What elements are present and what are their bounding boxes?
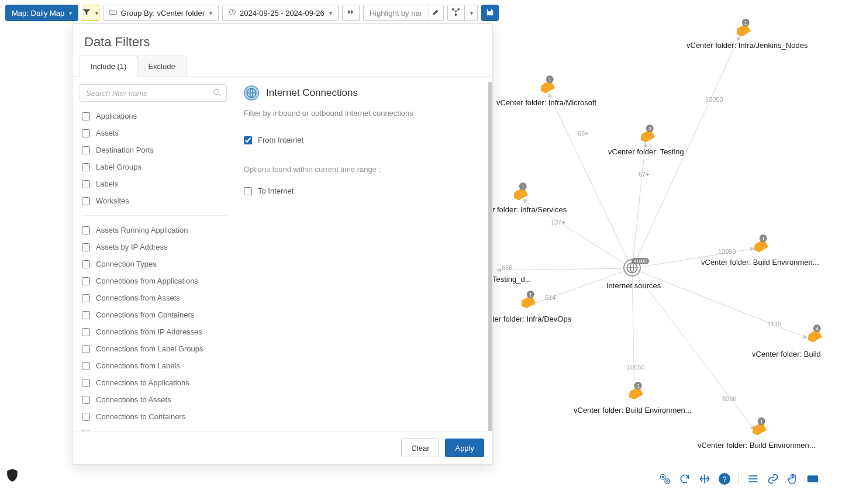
filter-category-item[interactable]: Connections to Assets <box>80 391 229 408</box>
graph-center-node[interactable]: 41803 <box>623 259 641 277</box>
highlight-edit-button[interactable] <box>428 5 443 20</box>
filter-category-item[interactable]: Connections from Label Groups <box>80 340 229 357</box>
filter-category-item[interactable]: Connection Types <box>80 256 229 272</box>
filter-category-label: Connections from Assets <box>96 294 180 302</box>
filter-category-label: Connections to Applications <box>96 378 189 387</box>
filter-search-input[interactable] <box>80 84 227 102</box>
group-by-button[interactable]: Group By: vCenter folder ▾ <box>103 5 219 21</box>
filter-category-label: Connections to Containers <box>96 412 185 421</box>
filter-category-label: Connections to IP Addresses <box>96 429 194 431</box>
highlight-field-group <box>363 5 444 21</box>
folder-icon <box>109 8 117 18</box>
from-internet-option[interactable]: From Internet <box>244 126 481 154</box>
filter-category-checkbox[interactable] <box>82 180 90 188</box>
filter-category-checkbox[interactable] <box>82 197 90 205</box>
to-internet-option[interactable]: To Internet <box>244 177 481 205</box>
filter-category-label: Connections to Assets <box>96 395 171 404</box>
graph-node-label: ter folder: Infra/DevOps <box>492 315 571 323</box>
graph-edge-label: 1115 <box>767 320 781 327</box>
graph-edge-label: 10050 <box>705 96 723 103</box>
clear-button[interactable]: Clear <box>401 439 439 457</box>
filter-category-checkbox[interactable] <box>82 112 90 120</box>
graph-edge-label: 514 <box>545 294 555 301</box>
filter-category-item[interactable]: Destination Ports <box>80 141 229 158</box>
save-button[interactable] <box>481 5 499 21</box>
map-selector-label: Map: Daily Map <box>12 9 64 18</box>
center-node-badge: 41803 <box>632 258 649 264</box>
filter-category-checkbox[interactable] <box>82 146 90 154</box>
tab-exclude[interactable]: Exclude <box>137 56 186 77</box>
filter-category-item[interactable]: Connections from Applications <box>80 272 229 289</box>
filter-category-label: Applications <box>96 112 137 120</box>
chevron-down-icon: ▾ <box>329 10 332 16</box>
filter-detail: Internet Connections Filter by inbound o… <box>232 77 492 431</box>
layout-button[interactable] <box>447 5 465 21</box>
graph-edge-label: 67+ <box>639 171 650 178</box>
filter-category-checkbox[interactable] <box>82 226 90 234</box>
tab-include[interactable]: Include (1) <box>80 56 137 77</box>
filter-category-label: Assets Running Application <box>96 226 188 234</box>
filter-category-item[interactable]: Connections from Containers <box>80 306 229 323</box>
filter-category-checkbox[interactable] <box>82 129 90 137</box>
filter-category-item[interactable]: Connections to IP Addresses <box>80 425 229 431</box>
filter-category-item[interactable]: Worksites <box>80 192 229 209</box>
chevron-down-icon: ▾ <box>95 10 98 16</box>
highlight-input[interactable] <box>364 5 428 20</box>
save-icon <box>486 8 494 18</box>
filter-category-checkbox[interactable] <box>82 243 90 251</box>
graph-node-label: vCenter folder: Build Environmen... <box>574 406 692 415</box>
skip-forward-button[interactable] <box>342 5 360 21</box>
clock-icon <box>229 8 236 18</box>
filter-category-item[interactable]: Labels <box>80 175 229 192</box>
to-internet-checkbox[interactable] <box>244 187 252 195</box>
filter-category-item[interactable]: Connections from IP Addresses <box>80 323 229 340</box>
filter-category-item[interactable]: Applications <box>80 108 229 125</box>
filter-category-item[interactable]: Connections to Containers <box>80 408 229 425</box>
graph-node-label: vCenter folder: Build Environmen... <box>701 258 819 267</box>
filter-category-checkbox[interactable] <box>82 379 90 387</box>
filter-category-item[interactable]: Label Groups <box>80 158 229 175</box>
date-range-label: 2024-09-25 - 2024-09-26 <box>240 9 325 18</box>
search-icon <box>213 88 221 98</box>
filter-category-item[interactable]: Assets by IP Address <box>80 239 229 256</box>
filter-category-label: Connections from Labels <box>96 361 180 370</box>
filter-category-checkbox[interactable] <box>82 311 90 319</box>
filter-category-label: Worksites <box>96 196 129 205</box>
graph-node-label: vCenter folder: Build <box>752 350 821 358</box>
skip-forward-icon <box>347 8 354 18</box>
graph-node-label: vCenter folder: Infra/Jenkins_Nodes <box>686 41 808 50</box>
map-selector-button[interactable]: Map: Daily Map ▾ <box>5 5 78 21</box>
filter-categories: ApplicationsAssetsDestination PortsLabel… <box>73 77 232 431</box>
filter-button[interactable]: ▾ <box>82 5 99 21</box>
filter-category-checkbox[interactable] <box>82 328 90 336</box>
filter-category-checkbox[interactable] <box>82 396 90 404</box>
layout-dropdown-button[interactable]: ▾ <box>465 5 478 21</box>
graph-edge-label: 8086 <box>722 395 736 402</box>
filter-category-item[interactable]: Connections from Assets <box>80 289 229 306</box>
filter-category-item[interactable]: Connections from Labels <box>80 357 229 374</box>
filter-category-checkbox[interactable] <box>82 413 90 421</box>
filter-category-checkbox[interactable] <box>82 260 90 268</box>
filter-category-item[interactable]: Assets Running Application <box>80 222 229 239</box>
apply-button[interactable]: Apply <box>445 439 484 457</box>
filter-category-checkbox[interactable] <box>82 345 90 353</box>
filter-category-item[interactable]: Assets <box>80 125 229 141</box>
node-badge: 3 <box>646 125 654 132</box>
from-internet-label: From Internet <box>258 136 303 144</box>
node-badge: 1 <box>527 291 534 298</box>
filter-category-checkbox[interactable] <box>82 277 90 285</box>
scrollbar[interactable] <box>488 82 492 431</box>
filter-category-checkbox[interactable] <box>82 294 90 302</box>
graph-edge-label: 10050 <box>627 364 645 371</box>
filter-category-checkbox[interactable] <box>82 430 90 431</box>
date-range-button[interactable]: 2024-09-25 - 2024-09-26 ▾ <box>222 5 339 21</box>
filter-category-item[interactable]: Connections to Applications <box>80 374 229 391</box>
svg-line-9 <box>497 268 632 270</box>
filter-category-checkbox[interactable] <box>82 362 90 370</box>
from-internet-checkbox[interactable] <box>244 136 252 144</box>
filter-category-label: Connections from IP Addresses <box>96 327 202 336</box>
filter-category-label: Destination Ports <box>96 146 154 154</box>
data-filters-panel: Data Filters Include (1) Exclude Applica… <box>72 23 493 465</box>
filter-category-checkbox[interactable] <box>82 163 90 171</box>
pencil-icon <box>432 8 440 18</box>
